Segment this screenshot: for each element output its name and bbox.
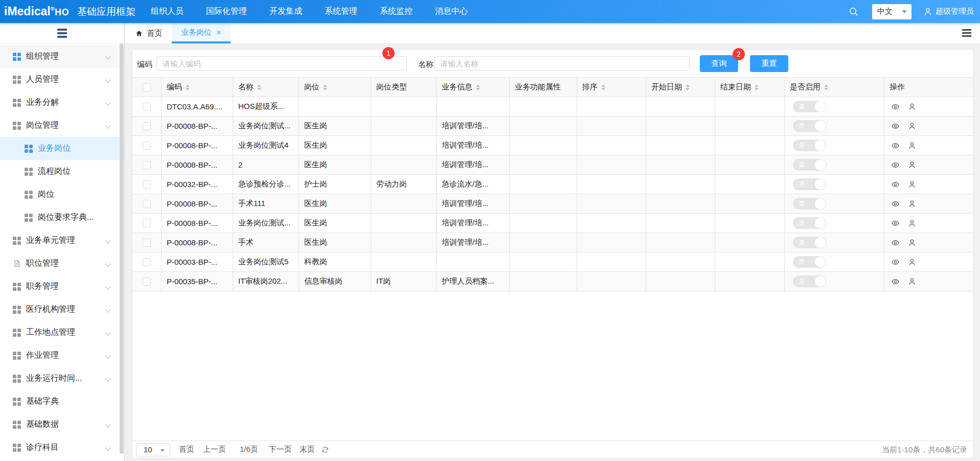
select-all-checkbox[interactable] [143,83,151,91]
sidebar-item-14[interactable]: 业务运行时间... [0,367,124,390]
col-header-9[interactable]: 结束日期 [715,78,784,97]
assign-user-icon[interactable] [908,239,916,247]
page-last[interactable]: 末页 [300,445,315,454]
row-checkbox[interactable] [143,219,151,227]
name-input[interactable] [434,56,690,71]
enabled-toggle[interactable]: 是 [793,256,826,268]
sort-icon[interactable] [601,84,605,90]
assign-user-icon[interactable] [908,180,916,189]
page-next[interactable]: 下一页 [269,445,292,454]
sidebar-item-17[interactable]: 诊疗科目 [0,436,124,459]
sort-icon[interactable] [186,84,190,90]
sort-icon[interactable] [824,84,828,90]
reset-button[interactable]: 重置 [750,55,788,72]
row-checkbox[interactable] [143,278,151,286]
sidebar-collapse-icon[interactable] [57,29,67,38]
sidebar-item-10[interactable]: 职务管理 [0,275,124,298]
view-icon[interactable] [891,278,900,286]
sidebar-item-0[interactable]: 组织管理 [0,45,124,68]
row-checkbox[interactable] [143,200,151,208]
sidebar-item-6[interactable]: 岗位 [0,183,124,206]
assign-user-icon[interactable] [908,142,916,150]
search-icon[interactable] [848,6,859,17]
topmenu-item-1[interactable]: 国际化管理 [206,6,247,17]
code-input[interactable] [156,56,407,71]
tab-home[interactable]: 首页 [125,23,172,43]
enabled-toggle[interactable]: 是 [793,101,826,112]
sidebar-item-2[interactable]: 业务分解 [0,91,124,114]
row-checkbox[interactable] [143,180,151,189]
enabled-toggle[interactable]: 是 [793,275,826,287]
view-icon[interactable] [891,122,900,130]
sidebar-item-4[interactable]: 业务岗位 [0,137,124,160]
enabled-toggle[interactable]: 是 [793,237,826,248]
row-checkbox[interactable] [143,161,151,169]
sidebar-item-9[interactable]: 职位管理 [0,252,124,275]
sidebar-item-5[interactable]: 流程岗位 [0,160,124,183]
view-icon[interactable] [891,239,900,247]
sidebar-item-15[interactable]: 基础字典 [0,390,124,413]
enabled-toggle[interactable]: 是 [793,120,826,132]
enabled-toggle[interactable]: 是 [793,140,826,151]
sort-icon[interactable] [323,84,327,90]
view-icon[interactable] [891,161,900,169]
enabled-toggle[interactable]: 是 [793,217,826,229]
page-size-select[interactable]: 10 [136,443,170,456]
col-header-8[interactable]: 开始日期 [646,78,715,97]
sidebar-item-12[interactable]: 工作地点管理 [0,321,124,344]
tab-business-post[interactable]: 业务岗位 × [172,23,231,43]
col-header-7[interactable]: 排序 [577,78,646,97]
refresh-icon[interactable] [321,446,329,454]
col-header-5[interactable]: 业务信息 [436,78,509,97]
page-first[interactable]: 首页 [179,445,194,454]
tab-list-icon[interactable] [962,29,971,37]
assign-user-icon[interactable] [908,278,916,286]
col-header-3[interactable]: 岗位 [299,78,371,97]
enabled-toggle[interactable]: 是 [793,178,826,190]
col-header-2[interactable]: 名称 [233,78,299,97]
row-checkbox[interactable] [143,258,151,266]
user-menu[interactable]: 超级管理员 [923,7,974,16]
assign-user-icon[interactable] [908,258,916,266]
topmenu-item-0[interactable]: 组织人员 [151,6,184,17]
sidebar-item-7[interactable]: 岗位要求字典... [0,206,124,229]
tab-close-icon[interactable]: × [216,28,221,37]
page-prev[interactable]: 上一页 [203,445,226,454]
view-icon[interactable] [891,103,900,111]
enabled-toggle[interactable]: 是 [793,159,826,171]
row-checkbox[interactable] [143,122,151,130]
row-checkbox[interactable] [143,142,151,150]
view-icon[interactable] [891,180,900,189]
row-checkbox[interactable] [143,103,151,111]
view-icon[interactable] [891,258,900,266]
topmenu-item-2[interactable]: 开发集成 [269,6,302,17]
sort-icon[interactable] [686,84,690,90]
sidebar-item-11[interactable]: 医疗机构管理 [0,298,124,321]
search-button[interactable]: 查询 [700,55,738,72]
sidebar-item-1[interactable]: 人员管理 [0,68,124,91]
sidebar-item-8[interactable]: 业务单元管理 [0,229,124,252]
topmenu-item-5[interactable]: 消息中心 [435,6,468,17]
sort-icon[interactable] [257,84,261,90]
assign-user-icon[interactable] [908,219,916,227]
sort-icon[interactable] [755,84,759,90]
language-select[interactable]: 中文 [872,4,911,19]
topmenu-item-4[interactable]: 系统监控 [380,6,413,17]
view-icon[interactable] [891,219,900,227]
assign-user-icon[interactable] [908,200,916,208]
col-header-1[interactable]: 编码 [161,78,233,97]
assign-user-icon[interactable] [908,122,916,130]
row-checkbox[interactable] [143,239,151,247]
enabled-toggle[interactable]: 是 [793,198,826,210]
sort-icon[interactable] [476,84,480,90]
topmenu-item-3[interactable]: 系统管理 [325,6,357,17]
col-header-10[interactable]: 是否启用 [784,78,884,97]
sidebar-item-3[interactable]: 岗位管理 [0,114,124,137]
sidebar-item-13[interactable]: 作业管理 [0,344,124,367]
view-icon[interactable] [891,142,900,150]
sidebar-scrollbar[interactable] [120,43,124,454]
sidebar-item-16[interactable]: 基础数据 [0,413,124,436]
assign-user-icon[interactable] [908,103,916,111]
assign-user-icon[interactable] [908,161,916,169]
view-icon[interactable] [891,200,900,208]
